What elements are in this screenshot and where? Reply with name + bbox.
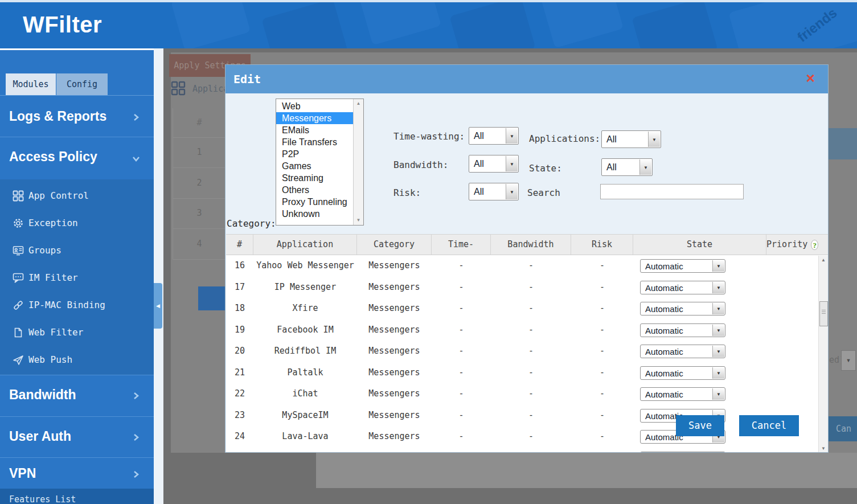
- state-row-select[interactable]: Automatic ▼: [640, 281, 725, 294]
- close-icon[interactable]: ✕: [805, 72, 815, 85]
- select-value: All: [474, 131, 484, 141]
- paper-plane-icon: [13, 354, 24, 366]
- category-option[interactable]: Messengers: [276, 112, 354, 124]
- sidebar-item-access-policy[interactable]: Access Policy: [0, 137, 154, 179]
- chevron-right-icon: [132, 470, 141, 480]
- keyboard-key-decor: [632, 2, 717, 48]
- cell-application: Facebook IM: [253, 319, 357, 341]
- help-icon[interactable]: ?: [811, 240, 818, 250]
- sidebar-item-app-control[interactable]: App Control: [0, 182, 154, 210]
- cell-bandwidth: -: [491, 362, 571, 384]
- scroll-up-icon[interactable]: ▲: [354, 99, 363, 108]
- chevron-right-icon: [132, 113, 141, 122]
- cell-state: Automatic ▼: [633, 362, 766, 384]
- state-row-select[interactable]: Automatic ▼: [640, 323, 725, 337]
- cell-application: IP Messenger: [253, 277, 357, 298]
- column-header-label: Priority: [766, 235, 807, 255]
- link-icon: [13, 300, 24, 311]
- sidebar-item-features-list[interactable]: Features List: [0, 489, 154, 504]
- category-option[interactable]: Others: [276, 184, 354, 196]
- cell-priority: [766, 448, 818, 453]
- listbox-scrollbar[interactable]: ▲ ▼: [353, 99, 363, 225]
- sidebar-item-bandwidth[interactable]: Bandwidth: [0, 375, 154, 416]
- state-row-select[interactable]: Automatic ▼: [640, 387, 725, 401]
- cell-time-wasting: -: [432, 383, 491, 405]
- chevron-down-icon[interactable]: ▼: [506, 184, 518, 199]
- cancel-button[interactable]: Cancel: [739, 415, 799, 436]
- save-button[interactable]: Save: [676, 415, 724, 436]
- sidebar-item-label: IM Filter: [28, 272, 78, 283]
- sidebar-item-vpn[interactable]: VPN: [0, 458, 154, 489]
- chevron-down-icon[interactable]: ▼: [639, 159, 651, 175]
- column-header-state: State: [633, 235, 766, 255]
- category-option[interactable]: EMails: [276, 124, 354, 136]
- category-option[interactable]: Games: [276, 160, 354, 172]
- cell-state: Automatic ▼: [633, 383, 766, 405]
- category-listbox[interactable]: WebMessengersEMailsFile TransfersP2PGame…: [276, 99, 364, 226]
- cell-num: 16: [226, 255, 253, 277]
- chevron-down-icon[interactable]: ▼: [712, 303, 724, 314]
- search-input[interactable]: [600, 184, 744, 199]
- category-option[interactable]: P2P: [276, 148, 354, 160]
- chevron-down-icon[interactable]: ▼: [712, 367, 724, 379]
- scroll-up-icon[interactable]: ▲: [819, 256, 828, 264]
- app-logo: WFilter: [23, 12, 102, 38]
- cell-num: 20: [226, 341, 253, 362]
- chevron-down-icon[interactable]: ▼: [712, 388, 724, 400]
- sidebar-item-groups[interactable]: Groups: [0, 237, 154, 264]
- state-row-select[interactable]: Automatic ▼: [640, 366, 725, 380]
- category-option[interactable]: Streaming: [276, 172, 354, 184]
- sidebar-item-exception[interactable]: Exception: [0, 210, 154, 237]
- cell-bandwidth: -: [491, 298, 571, 319]
- keyboard-key-decor: [728, 2, 857, 48]
- column-header-num: #: [226, 235, 253, 255]
- cell-application: Rediffbol IM: [253, 341, 357, 362]
- state-row-select[interactable]: Automatic ▼: [640, 452, 725, 453]
- sidebar-item-user-auth[interactable]: User Auth: [0, 417, 154, 457]
- sidebar-item-ip-mac-binding[interactable]: IP-MAC Binding: [0, 292, 154, 319]
- category-option[interactable]: Unknown: [276, 208, 354, 220]
- chevron-down-icon[interactable]: ▼: [648, 132, 660, 147]
- sidebar: Modules Config Logs & Reports Access Pol…: [0, 48, 154, 504]
- sidebar-item-logs-reports[interactable]: Logs & Reports: [0, 98, 154, 137]
- bandwidth-select[interactable]: All ▼: [469, 155, 519, 173]
- select-value: Automatic: [645, 347, 683, 357]
- cell-priority: [766, 277, 818, 298]
- time-wasting-select[interactable]: All ▼: [469, 127, 519, 145]
- scroll-down-icon[interactable]: ▼: [819, 444, 828, 453]
- chevron-down-icon[interactable]: ▼: [506, 128, 518, 144]
- tab-config[interactable]: Config: [56, 73, 108, 95]
- select-value: Automatic: [645, 304, 683, 314]
- scroll-down-icon[interactable]: ▼: [354, 216, 363, 225]
- risk-select[interactable]: All ▼: [469, 183, 519, 200]
- cell-category: Messengers: [357, 362, 432, 384]
- chevron-down-icon[interactable]: ▼: [712, 325, 724, 336]
- table-scrollbar[interactable]: ▲ ▼: [818, 256, 828, 453]
- cell-num: 18: [226, 298, 253, 319]
- state-row-select[interactable]: Automatic ▼: [640, 302, 725, 315]
- tab-modules[interactable]: Modules: [6, 73, 56, 95]
- chevron-down-icon[interactable]: ▼: [506, 156, 518, 171]
- sidebar-item-web-push[interactable]: Web Push: [0, 346, 154, 374]
- state-row-select[interactable]: Automatic ▼: [640, 259, 725, 273]
- chevron-down-icon[interactable]: ▼: [712, 346, 724, 357]
- applications-select[interactable]: All ▼: [601, 130, 661, 148]
- scrollbar-thumb[interactable]: [819, 301, 828, 326]
- state-row-select[interactable]: Automatic ▼: [640, 345, 725, 358]
- chevron-down-icon[interactable]: ▼: [712, 453, 724, 453]
- category-option[interactable]: File Transfers: [276, 136, 354, 148]
- category-option[interactable]: Web: [276, 100, 354, 112]
- category-option[interactable]: Proxy Tunneling: [276, 196, 354, 208]
- sidebar-collapse-handle[interactable]: ◀: [154, 283, 162, 329]
- chevron-down-icon[interactable]: ▼: [712, 282, 724, 293]
- app-table-body: 16 Yahoo Web Messenger Messengers - - - …: [226, 255, 818, 453]
- cell-application: Yahoo Web Messenger: [253, 255, 357, 277]
- access-policy-submenu: App Control Exception Groups IM Filter I…: [0, 179, 154, 375]
- chevron-down-icon[interactable]: ▼: [712, 260, 724, 272]
- state-select[interactable]: All ▼: [601, 158, 653, 176]
- sidebar-item-label: Exception: [28, 218, 78, 228]
- sidebar-item-im-filter[interactable]: IM Filter: [0, 264, 154, 292]
- column-header-category: Category: [357, 235, 432, 255]
- sidebar-item-web-filter[interactable]: Web Filter: [0, 319, 154, 346]
- cell-num: 24: [226, 426, 253, 448]
